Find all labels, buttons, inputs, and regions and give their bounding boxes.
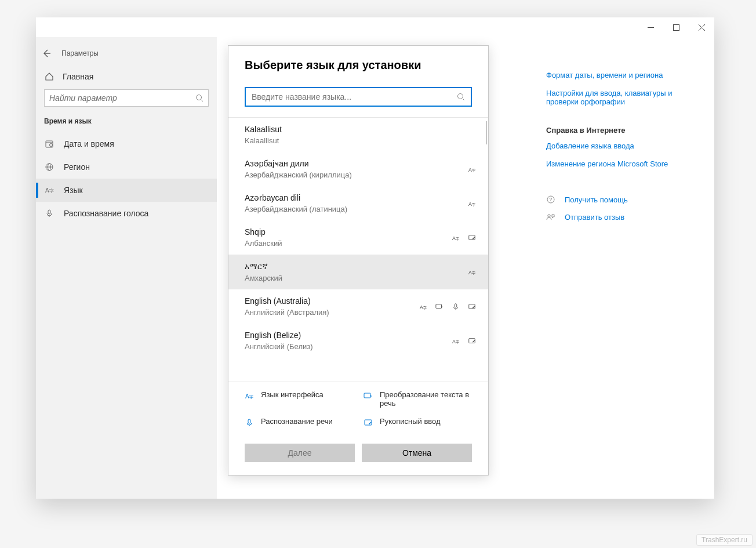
svg-text:?: ? (549, 197, 552, 202)
help-web-title: Справка в Интернете (546, 126, 697, 135)
home-icon (44, 72, 54, 81)
svg-point-20 (458, 94, 463, 99)
dialog-search[interactable] (245, 87, 472, 107)
get-help[interactable]: ? Получить помощь (546, 195, 697, 204)
minimize-button[interactable] (638, 19, 663, 36)
search-icon (195, 94, 203, 102)
display-icon: A字 (451, 233, 460, 242)
svg-text:字: 字 (249, 395, 253, 399)
legend-display: Язык интерфейса (261, 390, 324, 399)
sidebar-item-speech[interactable]: Распознавание голоса (36, 202, 217, 225)
link-input-settings[interactable]: Настройки для ввода, клавиатуры и провер… (546, 89, 697, 106)
link-add-input-language[interactable]: Добавление языка ввода (546, 141, 697, 150)
handwriting-icon (467, 302, 477, 311)
microphone-icon (44, 209, 54, 218)
link-date-format[interactable]: Формат даты, времени и региона (546, 71, 697, 79)
svg-rect-33 (436, 304, 442, 308)
close-button[interactable] (689, 19, 714, 36)
sidebar-search[interactable] (44, 89, 209, 107)
send-feedback[interactable]: Отправить отзыв (546, 212, 697, 222)
language-localized-name: Kalaallisut (245, 136, 477, 145)
display-icon: A字 (467, 267, 477, 277)
language-item[interactable]: Azərbaycan diliАзербайджанский (латиница… (228, 186, 488, 220)
speech-icon (451, 302, 460, 311)
link-change-store-region[interactable]: Изменение региона Microsoft Store (546, 159, 697, 168)
home-label: Главная (63, 72, 93, 81)
language-item[interactable]: Азәрбајҹан дилиАзербайджанский (кириллиц… (228, 152, 488, 186)
language-item[interactable]: አማርኛАмхарскийA字 (228, 255, 488, 289)
language-localized-name: Албанский (245, 239, 451, 248)
choose-language-dialog: Выберите язык для установки KalaallisutK… (228, 45, 489, 476)
sidebar-item-language[interactable]: A字 Язык (36, 179, 217, 202)
feature-icons: A字 (467, 165, 477, 174)
svg-rect-1 (673, 24, 679, 30)
dialog-search-input[interactable] (252, 92, 457, 101)
legend-speech: Распознавание речи (261, 417, 333, 426)
next-button[interactable]: Далее (245, 444, 355, 462)
tts-icon (364, 391, 375, 401)
language-item[interactable]: English (Belize)Английский (Белиз)A字 (228, 324, 488, 358)
svg-text:A: A (452, 338, 456, 344)
svg-point-19 (548, 215, 550, 217)
back-button[interactable] (36, 43, 57, 64)
window-titlebar (36, 17, 714, 37)
sidebar-item-label: Распознавание голоса (64, 209, 148, 218)
language-native-name: Азәрбајҹан дили (245, 159, 467, 168)
sidebar-item-label: Дата и время (64, 139, 114, 148)
globe-icon (44, 162, 54, 172)
sidebar-item-region[interactable]: Регион (36, 155, 217, 179)
sidebar-item-datetime[interactable]: Дата и время (36, 132, 217, 155)
language-icon: A字 (44, 186, 54, 195)
language-item[interactable]: ShqipАлбанскийA字 (228, 220, 488, 255)
watermark: TrashExpert.ru (696, 534, 753, 546)
display-icon: A字 (451, 336, 460, 346)
language-item[interactable]: English (Australia)Английский (Австралия… (228, 289, 488, 324)
language-native-name: Azərbaycan dili (245, 193, 467, 202)
svg-rect-43 (248, 419, 250, 423)
scrollbar[interactable] (486, 121, 487, 144)
legend-tts: Преобразование текста в речь (380, 390, 472, 408)
language-item[interactable]: KalaallisutKalaallisut (228, 118, 488, 152)
svg-text:字: 字 (456, 339, 459, 343)
feature-icons: A字 (467, 199, 477, 208)
svg-text:A: A (452, 235, 456, 241)
svg-rect-15 (48, 210, 50, 214)
svg-text:A: A (45, 187, 49, 194)
svg-text:A: A (468, 166, 472, 172)
language-native-name: አማርኛ (245, 262, 467, 271)
sidebar-home[interactable]: Главная (36, 67, 217, 89)
svg-text:A: A (468, 201, 472, 206)
svg-text:字: 字 (472, 202, 475, 206)
svg-text:字: 字 (456, 236, 459, 240)
svg-point-9 (50, 144, 53, 147)
help-icon: ? (546, 195, 558, 204)
handwriting-icon (467, 233, 477, 242)
svg-text:字: 字 (472, 168, 475, 172)
svg-point-5 (197, 95, 202, 100)
cancel-button[interactable]: Отмена (362, 444, 472, 462)
svg-text:字: 字 (49, 188, 54, 194)
language-localized-name: Азербайджанский (кириллица) (245, 170, 467, 179)
get-help-label: Получить помощь (565, 195, 628, 204)
svg-line-6 (201, 100, 203, 101)
clock-icon (44, 139, 54, 148)
speech-icon (245, 418, 256, 427)
svg-text:A: A (245, 393, 249, 400)
maximize-button[interactable] (663, 19, 689, 36)
feature-icons: A字 (467, 267, 477, 277)
sidebar-item-label: Регион (64, 162, 90, 172)
language-localized-name: Азербайджанский (латиница) (245, 205, 467, 213)
display-icon: A字 (467, 199, 477, 208)
feature-legend: A字 Язык интерфейса Преобразование текста… (228, 382, 488, 436)
search-input[interactable] (49, 93, 195, 103)
language-native-name: English (Australia) (245, 296, 419, 306)
legend-handwriting: Рукописный ввод (380, 417, 441, 426)
header-title: Параметры (61, 49, 99, 57)
display-icon: A字 (419, 302, 428, 311)
language-native-name: Shqip (245, 227, 451, 237)
language-list[interactable]: KalaallisutKalaallisutАзәрбајҹан дилиАзе… (228, 117, 488, 382)
sidebar: Параметры Главная Время и язык Дата (36, 37, 217, 499)
dialog-title: Выберите язык для установки (245, 59, 472, 72)
svg-text:A: A (468, 270, 472, 275)
svg-text:A: A (420, 304, 423, 310)
